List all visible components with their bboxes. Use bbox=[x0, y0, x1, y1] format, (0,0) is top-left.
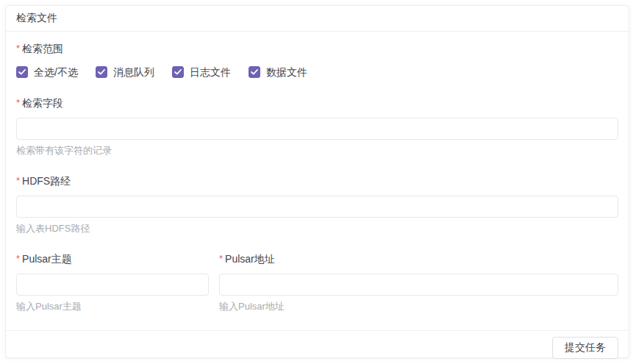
checkbox-label[interactable]: 数据文件 bbox=[266, 66, 307, 78]
required-mark: * bbox=[16, 43, 20, 54]
checkbox-item-data-file[interactable]: 数据文件 bbox=[249, 66, 307, 78]
hdfs-label-text: HDFS路经 bbox=[22, 175, 71, 187]
required-mark: * bbox=[219, 253, 223, 264]
hdfs-path-input[interactable] bbox=[16, 196, 618, 218]
pulsar-address-input[interactable] bbox=[219, 274, 618, 296]
check-icon bbox=[251, 69, 258, 75]
card-footer: 提交任务 bbox=[6, 330, 629, 364]
keyword-input[interactable] bbox=[16, 118, 618, 140]
submit-task-button[interactable]: 提交任务 bbox=[552, 337, 618, 359]
form-item-scope: *检索范围 全选/不选 消息队列 bbox=[16, 42, 618, 78]
check-icon bbox=[174, 69, 182, 75]
checkbox-data-file[interactable] bbox=[249, 66, 260, 78]
form-item-pulsar-topic: *Pulsar主题 输入Pulsar主题 bbox=[16, 252, 209, 312]
checkbox-label[interactable]: 日志文件 bbox=[190, 66, 231, 78]
check-icon bbox=[18, 69, 26, 75]
keyword-label-text: 检索字段 bbox=[22, 97, 63, 109]
pulsar-topic-label: *Pulsar主题 bbox=[16, 253, 72, 265]
checkbox-label[interactable]: 全选/不选 bbox=[34, 66, 78, 78]
hdfs-hint: 输入表HDFS路径 bbox=[16, 223, 618, 234]
search-file-card: 检索文件 *检索范围 全选/不选 消息队列 bbox=[5, 5, 629, 358]
checkbox-message-queue[interactable] bbox=[96, 66, 107, 78]
pulsar-topic-label-text: Pulsar主题 bbox=[22, 253, 72, 265]
keyword-label: *检索字段 bbox=[16, 97, 63, 109]
form-item-pulsar-address: *Pulsar地址 输入Pulsar地址 bbox=[219, 252, 618, 312]
scope-label: *检索范围 bbox=[16, 43, 63, 54]
page-title: 检索文件 bbox=[16, 12, 57, 25]
scope-checkbox-group: 全选/不选 消息队列 日志文件 bbox=[16, 66, 618, 78]
pulsar-address-label-text: Pulsar地址 bbox=[225, 253, 275, 265]
pulsar-address-label: *Pulsar地址 bbox=[219, 253, 275, 265]
pulsar-address-hint: 输入Pulsar地址 bbox=[219, 301, 618, 312]
check-icon bbox=[98, 69, 105, 75]
checkbox-label[interactable]: 消息队列 bbox=[113, 66, 154, 78]
checkbox-log-file[interactable] bbox=[172, 66, 184, 78]
hdfs-label: *HDFS路经 bbox=[16, 175, 71, 187]
checkbox-select-all[interactable] bbox=[16, 66, 28, 78]
pulsar-topic-hint: 输入Pulsar主题 bbox=[16, 301, 209, 312]
checkbox-item-select-all[interactable]: 全选/不选 bbox=[16, 66, 78, 78]
form-item-keyword: *检索字段 检索带有该字符的记录 bbox=[16, 96, 618, 156]
checkbox-item-log-file[interactable]: 日志文件 bbox=[172, 66, 231, 78]
scope-label-text: 检索范围 bbox=[22, 43, 63, 54]
keyword-hint: 检索带有该字符的记录 bbox=[16, 145, 618, 156]
form-item-pulsar-row: *Pulsar主题 输入Pulsar主题 *Pulsar地址 输入Pulsar地… bbox=[16, 252, 618, 312]
checkbox-item-message-queue[interactable]: 消息队列 bbox=[96, 66, 154, 78]
pulsar-topic-input[interactable] bbox=[16, 274, 209, 296]
required-mark: * bbox=[16, 253, 20, 264]
card-header: 检索文件 bbox=[6, 6, 629, 32]
required-mark: * bbox=[16, 175, 20, 186]
card-body: *检索范围 全选/不选 消息队列 bbox=[6, 32, 629, 330]
required-mark: * bbox=[16, 97, 20, 108]
form-item-hdfs: *HDFS路经 输入表HDFS路径 bbox=[16, 174, 618, 234]
